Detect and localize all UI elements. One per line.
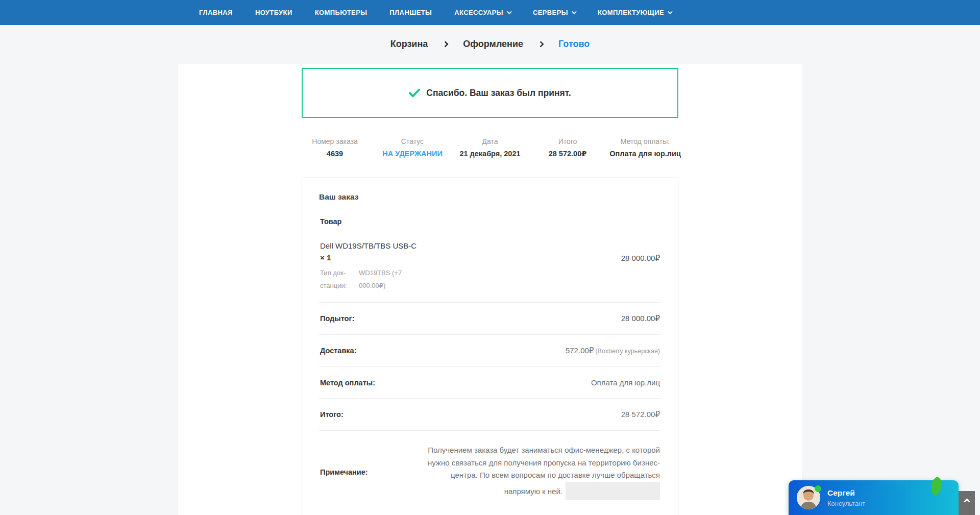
nav-item-label: АКСЕССУАРЫ <box>454 9 503 16</box>
chevron-down-icon <box>668 9 673 14</box>
nav-item-components[interactable]: КОМПЛЕКТУЮЩИЕ <box>598 9 671 16</box>
order-total-block: Итого 28 572.00₽ <box>529 137 606 158</box>
nav-item-label: ГЛАВНАЯ <box>199 9 233 16</box>
nav-item-label: КОМПЛЕКТУЮЩИЕ <box>598 9 664 16</box>
order-date-block: Дата 21 декабря, 2021 <box>451 137 529 158</box>
payment-method-label: Метод оплаты: <box>320 379 375 387</box>
breadcrumb-cart[interactable]: Корзина <box>390 39 428 50</box>
table-header-product: Товар <box>319 217 661 234</box>
leaf-icon <box>927 477 944 497</box>
order-number-value: 4639 <box>296 150 374 158</box>
product-cell: Dell WD19S/TB/TBS USB-C × 1 Тип док-стан… <box>320 240 416 292</box>
nav-item-laptops[interactable]: НОУТБУКИ <box>255 9 292 16</box>
payment-method-row: Метод оплаты: Оплата для юр.лиц <box>319 367 661 398</box>
main-nav: ГЛАВНАЯ НОУТБУКИ КОМПЬЮТЕРЫ ПЛАНШЕТЫ АКС… <box>0 0 980 25</box>
payment-method-value: Оплата для юр.лиц <box>591 378 660 387</box>
grand-total-value: 28 572.00₽ <box>621 410 660 419</box>
nav-item-label: СЕРВЕРЫ <box>533 9 568 16</box>
order-status-value: НА УДЕРЖАНИИ <box>374 150 451 158</box>
nav-item-servers[interactable]: СЕРВЕРЫ <box>533 9 575 16</box>
consultant-role: Консультант <box>827 500 865 507</box>
note-row: Примечание: Получением заказа будет зани… <box>319 431 661 504</box>
subtotal-value: 28 000.00₽ <box>621 314 660 323</box>
shipping-method-note: (Boxberry курьерская) <box>595 348 660 355</box>
nav-item-label: НОУТБУКИ <box>255 9 292 16</box>
breadcrumb-done: Готово <box>558 39 590 50</box>
chevron-down-icon <box>507 9 512 14</box>
success-message: Спасибо. Ваш заказ был принят. <box>426 88 571 99</box>
order-meta: Номер заказа 4639 Статус НА УДЕРЖАНИИ Да… <box>296 137 684 158</box>
chevron-up-icon <box>964 498 970 505</box>
order-number-block: Номер заказа 4639 <box>296 137 374 158</box>
grand-total-label: Итого: <box>320 410 344 419</box>
nav-item-home[interactable]: ГЛАВНАЯ <box>199 9 233 16</box>
shipping-row: Доставка: 572.00₽(Boxberry курьерская) <box>319 335 661 366</box>
breadcrumb: Корзина Оформление Готово <box>0 25 980 56</box>
order-success-banner: Спасибо. Ваш заказ был принят. <box>302 68 678 118</box>
order-date-value: 21 декабря, 2021 <box>451 150 529 158</box>
redacted-text <box>566 482 660 500</box>
product-quantity: × 1 <box>320 253 416 262</box>
scroll-to-top-button[interactable] <box>959 491 975 515</box>
variation-label: Тип док-станции: <box>320 266 351 292</box>
chat-texts: Сергей Консультант <box>827 488 865 507</box>
shipping-label: Доставка: <box>320 347 356 355</box>
nav-item-label: КОМПЬЮТЕРЫ <box>315 9 368 16</box>
subtotal-label: Подытог: <box>320 314 354 323</box>
breadcrumb-checkout[interactable]: Оформление <box>463 39 523 50</box>
check-icon <box>409 88 420 97</box>
grand-total-row: Итого: 28 572.00₽ <box>319 399 661 430</box>
chevron-right-icon <box>442 41 449 47</box>
order-total-value: 28 572.00₽ <box>529 150 606 158</box>
product-price: 28 000.00₽ <box>621 240 660 292</box>
chat-widget[interactable]: Сергей Консультант <box>789 480 959 515</box>
main-content-card: Спасибо. Ваш заказ был принят. Номер зак… <box>178 64 802 515</box>
order-payment-block: Метод оплаты: Оплата для юр.лиц <box>606 137 684 158</box>
order-total-label: Итого <box>529 137 606 145</box>
note-text: Получением заказа будет заниматься офис-… <box>421 444 660 500</box>
order-details-box: Ваш заказ Товар Dell WD19S/TB/TBS USB-C … <box>302 178 678 515</box>
shipping-value: 572.00₽(Boxberry курьерская) <box>566 346 660 355</box>
product-name: Dell WD19S/TB/TBS USB-C <box>320 240 416 252</box>
main-nav-inner: ГЛАВНАЯ НОУТБУКИ КОМПЬЮТЕРЫ ПЛАНШЕТЫ АКС… <box>191 0 789 25</box>
variation-value: WD19TBS (+7 000.00₽) <box>359 266 406 292</box>
consultant-avatar <box>797 486 820 509</box>
order-status-label: Статус <box>374 137 451 145</box>
order-payment-value: Оплата для юр.лиц <box>606 150 684 158</box>
order-payment-label: Метод оплаты: <box>606 137 684 145</box>
nav-item-computers[interactable]: КОМПЬЮТЕРЫ <box>315 9 368 16</box>
chevron-down-icon <box>572 9 577 14</box>
nav-item-label: ПЛАНШЕТЫ <box>389 9 432 16</box>
order-date-label: Дата <box>451 137 529 145</box>
online-status-dot <box>815 485 821 492</box>
order-status-block: Статус НА УДЕРЖАНИИ <box>374 137 451 158</box>
subtotal-row: Подытог: 28 000.00₽ <box>319 303 661 334</box>
consultant-name: Сергей <box>827 488 865 498</box>
order-box-title: Ваш заказ <box>319 192 661 202</box>
nav-item-accessories[interactable]: АКСЕССУАРЫ <box>454 9 510 16</box>
order-number-label: Номер заказа <box>296 137 374 145</box>
chevron-right-icon <box>537 41 544 47</box>
product-row: Dell WD19S/TB/TBS USB-C × 1 Тип док-стан… <box>319 234 661 302</box>
product-variation: Тип док-станции: WD19TBS (+7 000.00₽) <box>320 266 416 292</box>
nav-item-tablets[interactable]: ПЛАНШЕТЫ <box>389 9 432 16</box>
note-label: Примечание: <box>320 468 368 476</box>
